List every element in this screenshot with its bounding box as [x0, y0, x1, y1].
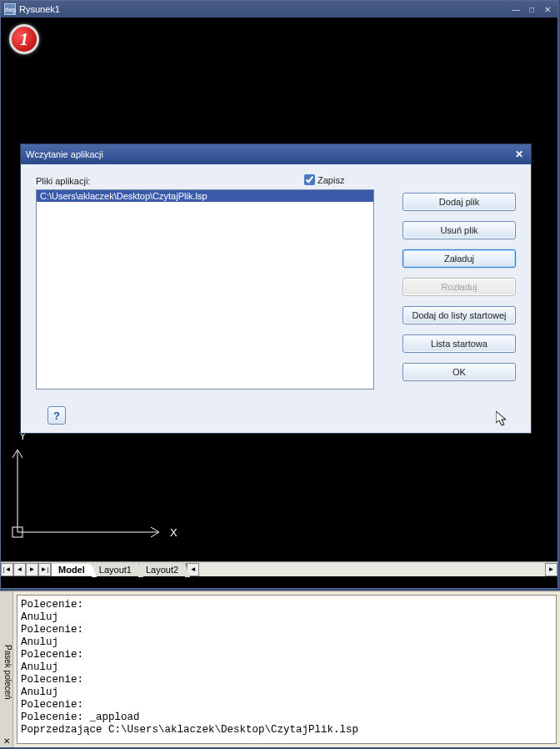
- hscroll-right[interactable]: ►: [545, 563, 558, 576]
- ok-button[interactable]: OK: [402, 363, 516, 381]
- tab-layout1[interactable]: Layout1: [92, 564, 139, 576]
- dialog-titlebar: Wczytanie aplikacji ✕: [21, 144, 531, 164]
- load-button[interactable]: Załaduj: [402, 249, 516, 268]
- command-panel-close[interactable]: ✕: [2, 736, 12, 746]
- startup-list-button[interactable]: Lista startowa: [402, 334, 516, 353]
- tab-nav-next[interactable]: ►: [26, 563, 38, 576]
- close-button[interactable]: ✕: [541, 3, 554, 15]
- tab-nav-first[interactable]: |◄: [1, 563, 13, 576]
- command-panel: Pasek poleceń ✕ Polecenie: Anuluj Polece…: [0, 591, 560, 747]
- file-list-item[interactable]: C:\Users\aklaczek\Desktop\CzytajPlik.lsp: [37, 190, 373, 202]
- save-checkbox-label: Zapisz: [318, 175, 344, 185]
- dialog-title: Wczytanie aplikacji: [26, 149, 512, 159]
- unload-button: Rozładuj: [402, 278, 516, 296]
- tab-nav-last[interactable]: ►|: [38, 563, 51, 576]
- step-badge: 1: [9, 24, 39, 54]
- x-axis-label: X: [170, 526, 178, 539]
- app-icon: dwg: [4, 3, 16, 15]
- maximize-button[interactable]: □: [525, 3, 538, 15]
- dialog-close-button[interactable]: ✕: [512, 148, 526, 161]
- command-history[interactable]: Polecenie: Anuluj Polecenie: Anuluj Pole…: [17, 595, 557, 744]
- window-title: Rysunek1: [19, 4, 509, 14]
- files-label: Pliki aplikacji:: [36, 176, 516, 186]
- command-panel-label: Pasek poleceń ✕: [0, 591, 13, 747]
- save-checkbox-row[interactable]: Zapisz: [304, 174, 344, 185]
- tab-nav: |◄ ◄ ► ►|: [1, 563, 52, 576]
- main-titlebar: dwg Rysunek1 — □ ✕: [1, 1, 558, 18]
- tab-nav-prev[interactable]: ◄: [13, 563, 26, 576]
- load-apps-dialog: Wczytanie aplikacji ✕ Pliki aplikacji: Z…: [20, 143, 532, 434]
- file-list[interactable]: C:\Users\aklaczek\Desktop\CzytajPlik.lsp: [36, 189, 374, 390]
- help-button[interactable]: ?: [48, 406, 66, 425]
- tab-model[interactable]: Model: [52, 564, 92, 576]
- tab-layout2[interactable]: Layout2: [139, 564, 186, 576]
- remove-file-button[interactable]: Usuń plik: [402, 221, 516, 239]
- minimize-button[interactable]: —: [509, 3, 522, 15]
- ucs-icon: Y X: [8, 428, 191, 553]
- step-number: 1: [20, 30, 28, 49]
- layout-tab-bar: |◄ ◄ ► ►| Model Layout1 Layout2 ◄ ►: [1, 561, 558, 576]
- save-checkbox[interactable]: [304, 174, 315, 185]
- add-file-button[interactable]: Dodaj plik: [402, 193, 516, 211]
- add-to-startup-button[interactable]: Dodaj do listy startowej: [402, 306, 516, 324]
